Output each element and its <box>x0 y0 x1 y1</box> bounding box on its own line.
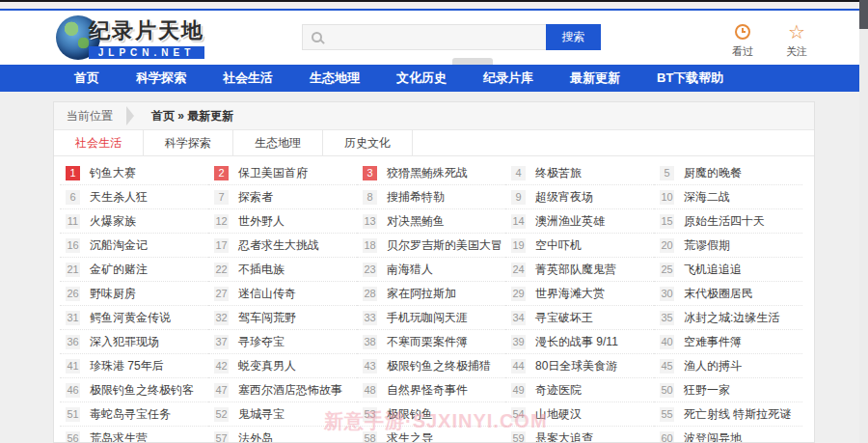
list-item[interactable]: 21金矿的赌注 <box>60 258 208 282</box>
doc-title-link[interactable]: 不寒而栗案件簿 <box>387 334 468 350</box>
list-item[interactable]: 33手机玩咖闯天涯 <box>357 306 505 330</box>
doc-title-link[interactable]: 菁英部队魔鬼营 <box>535 262 616 278</box>
doc-title-link[interactable]: 荒岛求生营 <box>90 430 148 443</box>
doc-title-link[interactable]: 80日全球美食游 <box>535 358 617 374</box>
doc-title-link[interactable]: 探索者 <box>238 189 273 206</box>
doc-title-link[interactable]: 末代极圈居民 <box>684 286 753 302</box>
doc-title-link[interactable]: 山地硬汉 <box>535 406 582 423</box>
list-item[interactable]: 22不插电族 <box>208 258 357 282</box>
scrollbar-track[interactable] <box>859 0 868 443</box>
list-item[interactable]: 9超级宵夜场 <box>505 185 654 209</box>
nav-item-最新更新[interactable]: 最新更新 <box>552 65 638 92</box>
list-item[interactable]: 37寻珍夺宝 <box>208 330 357 354</box>
tab-生态地理[interactable]: 生态地理 <box>233 130 323 155</box>
doc-title-link[interactable]: 冰封之城:边缘生活 <box>684 310 779 326</box>
doc-title-link[interactable]: 飞机追追追 <box>684 262 742 278</box>
list-item[interactable]: 27迷信山传奇 <box>208 282 357 306</box>
list-item[interactable]: 52鬼城寻宝 <box>208 402 357 427</box>
doc-title-link[interactable]: 世界海滩大赏 <box>535 286 605 302</box>
list-item[interactable]: 17忍者求生大挑战 <box>208 234 357 258</box>
list-item[interactable]: 38不寒而栗案件簿 <box>357 330 505 354</box>
doc-title-link[interactable]: 极限钓鱼之终极捕猎 <box>387 358 491 374</box>
list-item[interactable]: 60波登闯异地 <box>654 427 802 443</box>
list-item[interactable]: 57法外岛 <box>208 427 357 443</box>
list-item[interactable]: 42蜕变真男人 <box>208 354 357 378</box>
list-item[interactable]: 48自然界怪奇事件 <box>357 378 505 402</box>
doc-title-link[interactable]: 死亡射线 特斯拉死谜 <box>684 406 791 423</box>
nav-item-科学探索[interactable]: 科学探索 <box>118 65 204 92</box>
doc-title-link[interactable]: 终极苦旅 <box>535 165 582 181</box>
doc-title-link[interactable]: 毒蛇岛寻宝任务 <box>90 406 171 423</box>
scrollbar-thumb[interactable] <box>859 0 868 29</box>
list-item[interactable]: 18贝尔罗吉斯的美国大冒 <box>357 234 505 258</box>
list-item[interactable]: 12世外野人 <box>208 209 357 234</box>
doc-title-link[interactable]: 天生杀人狂 <box>90 189 148 206</box>
list-item[interactable]: 5厨魔的晚餐 <box>654 161 802 185</box>
list-item[interactable]: 29世界海滩大赏 <box>505 282 654 306</box>
list-item[interactable]: 51毒蛇岛寻宝任务 <box>60 402 208 427</box>
doc-title-link[interactable]: 手机玩咖闯天涯 <box>387 310 468 326</box>
doc-title-link[interactable]: 钓鱼大赛 <box>90 165 136 181</box>
doc-title-link[interactable]: 搜捕希特勒 <box>387 189 445 206</box>
doc-title-link[interactable]: 自然界怪奇事件 <box>387 382 468 399</box>
site-logo[interactable]: 纪录片天地 JLPCN.NET <box>56 15 204 60</box>
doc-title-link[interactable]: 驾车闯荒野 <box>238 310 296 326</box>
doc-title-link[interactable]: 寻珍夺宝 <box>238 334 285 350</box>
search-input[interactable] <box>322 31 546 44</box>
list-item[interactable]: 6天生杀人狂 <box>60 185 208 209</box>
list-item[interactable]: 49奇迹医院 <box>505 378 654 402</box>
list-item[interactable]: 20荒谬假期 <box>654 234 802 258</box>
doc-title-link[interactable]: 狡猾黑鲔殊死战 <box>387 165 468 181</box>
doc-title-link[interactable]: 原始生活四十天 <box>684 213 765 230</box>
doc-title-link[interactable]: 波登闯异地 <box>684 430 742 443</box>
list-item[interactable]: 30末代极圈居民 <box>654 282 802 306</box>
doc-title-link[interactable]: 珍珠港 75年后 <box>90 358 164 374</box>
list-item[interactable]: 45渔人的搏斗 <box>654 354 802 378</box>
list-item[interactable]: 15原始生活四十天 <box>654 209 802 234</box>
doc-title-link[interactable]: 鬼城寻宝 <box>238 406 285 423</box>
quick-link-关注[interactable]: ☆关注 <box>781 22 812 59</box>
list-item[interactable]: 4480日全球美食游 <box>505 354 654 378</box>
doc-title-link[interactable]: 塞西尔酒店恐怖故事 <box>238 382 342 399</box>
list-item[interactable]: 26野味厨房 <box>60 282 208 306</box>
doc-title-link[interactable]: 法外岛 <box>238 430 273 443</box>
nav-item-生态地理[interactable]: 生态地理 <box>291 65 378 92</box>
list-item[interactable]: 53极限钓鱼 <box>357 402 505 427</box>
list-item[interactable]: 23南海猎人 <box>357 258 505 282</box>
list-item[interactable]: 58求生之导 <box>357 427 505 443</box>
list-item[interactable]: 10深海二战 <box>654 185 802 209</box>
list-item[interactable]: 16沉船淘金记 <box>60 234 208 258</box>
doc-title-link[interactable]: 厨魔的晚餐 <box>684 165 742 181</box>
doc-title-link[interactable]: 澳洲渔业英雄 <box>535 213 605 230</box>
list-item[interactable]: 19空中吓机 <box>505 234 654 258</box>
doc-title-link[interactable]: 世外野人 <box>238 213 285 230</box>
list-item[interactable]: 31鳄鱼河黄金传说 <box>60 306 208 330</box>
doc-title-link[interactable]: 蜕变真男人 <box>238 358 296 374</box>
doc-title-link[interactable]: 极限钓鱼之终极钓客 <box>90 382 194 399</box>
doc-title-link[interactable]: 求生之导 <box>387 430 433 443</box>
doc-title-link[interactable]: 沉船淘金记 <box>90 237 148 254</box>
doc-title-link[interactable]: 忍者求生大挑战 <box>238 237 319 254</box>
list-item[interactable]: 7探索者 <box>208 185 357 209</box>
doc-title-link[interactable]: 对决黑鲔鱼 <box>387 213 445 230</box>
list-item[interactable]: 35冰封之城:边缘生活 <box>654 306 802 330</box>
list-item[interactable]: 40空难事件簿 <box>654 330 802 354</box>
doc-title-link[interactable]: 荒谬假期 <box>684 237 730 254</box>
nav-item-首页[interactable]: 首页 <box>56 65 118 92</box>
list-item[interactable]: 36深入犯罪现场 <box>60 330 208 354</box>
list-item[interactable]: 24菁英部队魔鬼营 <box>505 258 654 282</box>
list-item[interactable]: 46极限钓鱼之终极钓客 <box>60 378 208 402</box>
nav-item-纪录片库[interactable]: 纪录片库 <box>465 65 552 92</box>
tab-社会生活[interactable]: 社会生活 <box>54 130 144 155</box>
nav-item-文化历史[interactable]: 文化历史 <box>378 65 465 92</box>
search-button[interactable]: 搜索 <box>546 24 601 50</box>
doc-title-link[interactable]: 狂野一家 <box>684 382 730 399</box>
doc-title-link[interactable]: 深海二战 <box>684 189 730 206</box>
tab-历史文化[interactable]: 历史文化 <box>323 130 413 155</box>
list-item[interactable]: 11火爆家族 <box>60 209 208 234</box>
doc-title-link[interactable]: 奇迹医院 <box>535 382 582 399</box>
list-item[interactable]: 2保卫美国首府 <box>208 161 357 185</box>
doc-title-link[interactable]: 渔人的搏斗 <box>684 358 742 374</box>
doc-title-link[interactable]: 迷信山传奇 <box>238 286 296 302</box>
list-item[interactable]: 34寻宝破坏王 <box>505 306 654 330</box>
